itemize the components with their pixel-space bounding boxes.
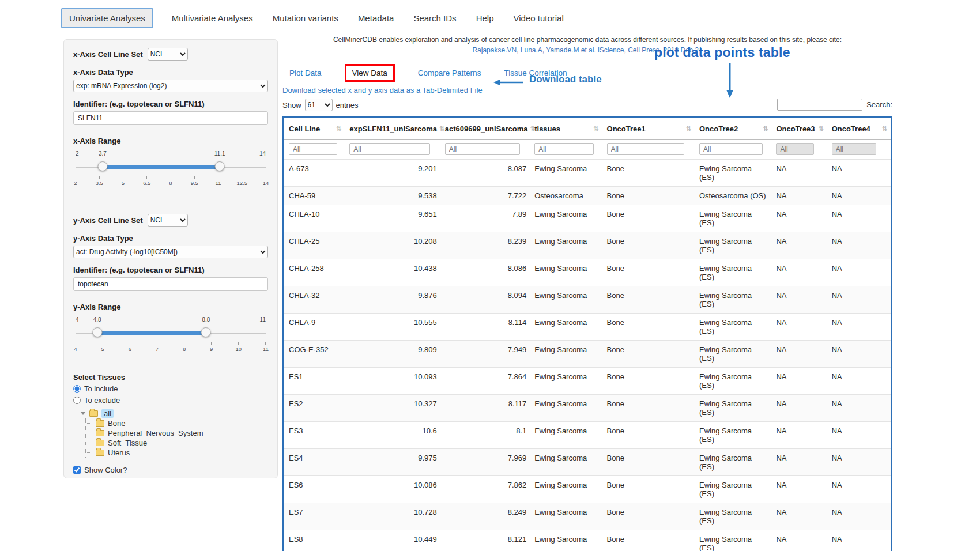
- oncotree3-cell: NA: [771, 232, 827, 259]
- tree-node-bone[interactable]: Bone: [86, 418, 268, 428]
- table-filter-row: [284, 140, 891, 160]
- table-row[interactable]: CHLA-25 10.208 8.239 Ewing Sarcoma Bone …: [284, 232, 891, 259]
- tree-node-peripheral-nervous-system[interactable]: Peripheral_Nervous_System: [86, 428, 268, 438]
- sort-icon[interactable]: ⇅: [686, 125, 691, 133]
- tree-item-label[interactable]: Soft_Tissue: [108, 439, 147, 447]
- y-axis-range-slider[interactable]: 4 11 4.8 8.8: [76, 325, 266, 342]
- y-range-max-label: 11: [260, 316, 266, 323]
- oncotree4-cell: NA: [827, 530, 891, 551]
- nav-tab-mutation-variants[interactable]: Mutation variants: [272, 9, 340, 28]
- table-row[interactable]: ES2 10.327 8.117 Ewing Sarcoma Bone Ewin…: [284, 395, 891, 422]
- column-header-act609699[interactable]: act609699_uniSarcoma⇅: [440, 118, 530, 140]
- oncotree3-cell: NA: [771, 259, 827, 286]
- table-row[interactable]: COG-E-352 9.809 7.949 Ewing Sarcoma Bone…: [284, 341, 891, 368]
- table-row[interactable]: CHLA-9 10.555 8.114 Ewing Sarcoma Bone E…: [284, 314, 891, 341]
- x-identifier-input[interactable]: [73, 111, 268, 125]
- table-row[interactable]: ES7 10.728 8.249 Ewing Sarcoma Bone Ewin…: [284, 503, 891, 530]
- table-row[interactable]: ES6 10.086 7.862 Ewing Sarcoma Bone Ewin…: [284, 476, 891, 503]
- table-row[interactable]: ES1 10.093 7.864 Ewing Sarcoma Bone Ewin…: [284, 368, 891, 395]
- sort-icon[interactable]: ⇅: [882, 125, 887, 133]
- oncotree2-cell: Ewing Sarcoma (ES): [695, 368, 771, 395]
- table-row[interactable]: A-673 9.201 8.087 Ewing Sarcoma Bone Ewi…: [284, 160, 891, 187]
- entries-count-select[interactable]: 61: [305, 99, 333, 111]
- nav-tab-search-ids[interactable]: Search IDs: [412, 9, 457, 28]
- tissue-cell: Ewing Sarcoma: [530, 205, 602, 232]
- y-range-handle-high[interactable]: [201, 327, 211, 337]
- y-data-type-select[interactable]: act: Drug Activity (-log10[IC50M]): [73, 246, 268, 258]
- filter-exp-slfn11[interactable]: [349, 143, 429, 155]
- table-row[interactable]: ES3 10.6 8.1 Ewing Sarcoma Bone Ewing Sa…: [284, 422, 891, 449]
- exp-value-cell: 10.086: [345, 476, 440, 503]
- filter-oncotree1[interactable]: [607, 143, 685, 155]
- oncotree4-cell: NA: [827, 286, 891, 314]
- sort-icon[interactable]: ⇅: [763, 125, 768, 133]
- column-header-tissues[interactable]: tissues⇅: [530, 118, 602, 140]
- oncotree2-cell: Ewing Sarcoma (ES): [695, 449, 771, 476]
- tree-node-no-selection[interactable]: no_selection: [80, 478, 268, 478]
- filter-act609699[interactable]: [445, 143, 520, 155]
- tree-item-label[interactable]: Uterus: [108, 448, 130, 457]
- download-tab-delimited-link[interactable]: Download selected x and y axis data as a…: [282, 86, 892, 95]
- filter-cell-line[interactable]: [289, 143, 337, 155]
- column-header-oncotree2[interactable]: OncoTree2⇅: [695, 118, 771, 140]
- table-row[interactable]: ES4 9.975 7.969 Ewing Sarcoma Bone Ewing…: [284, 449, 891, 476]
- filter-oncotree2[interactable]: [699, 143, 763, 155]
- slider-selected-range[interactable]: [97, 331, 206, 335]
- nav-tab-multivariate-analyses[interactable]: Multivariate Analyses: [171, 9, 254, 28]
- sort-icon[interactable]: ⇅: [336, 125, 341, 133]
- x-data-type-label: x-Axis Data Type: [73, 68, 268, 77]
- x-axis-range-slider[interactable]: 2 14 3.7 11.1: [76, 159, 266, 176]
- column-header-oncotree1[interactable]: OncoTree1⇅: [602, 118, 695, 140]
- nav-tab-video-tutorial[interactable]: Video tutorial: [512, 9, 564, 28]
- y-cell-line-set-select[interactable]: NCI: [148, 214, 188, 227]
- oncotree2-cell: Ewing Sarcoma (ES): [695, 314, 771, 341]
- x-range-handle-low[interactable]: [97, 161, 107, 171]
- exp-value-cell: 10.208: [345, 232, 440, 259]
- nav-tab-univariate-analyses[interactable]: Univariate Analyses: [61, 8, 153, 28]
- table-row[interactable]: CHLA-10 9.651 7.89 Ewing Sarcoma Bone Ew…: [284, 205, 891, 232]
- tissues-include-radio[interactable]: [73, 385, 81, 393]
- oncotree3-cell: NA: [771, 530, 827, 551]
- tree-node-soft-tissue[interactable]: Soft_Tissue: [86, 438, 268, 448]
- y-range-handle-low[interactable]: [92, 327, 102, 337]
- column-header-cell-line[interactable]: Cell Line⇅: [284, 118, 345, 140]
- filter-oncotree3[interactable]: [776, 143, 814, 155]
- tree-item-label[interactable]: Bone: [108, 419, 125, 428]
- x-cell-line-set-select[interactable]: NCI: [148, 48, 188, 61]
- table-row[interactable]: CHLA-258 10.438 8.086 Ewing Sarcoma Bone…: [284, 259, 891, 286]
- x-range-handle-high[interactable]: [215, 161, 225, 171]
- sort-icon[interactable]: ⇅: [593, 125, 598, 133]
- sort-icon[interactable]: ⇅: [439, 125, 444, 133]
- tree-item-label[interactable]: Peripheral_Nervous_System: [108, 429, 203, 437]
- sort-icon[interactable]: ⇅: [818, 125, 823, 133]
- tree-caret-icon[interactable]: [80, 412, 86, 415]
- table-row[interactable]: CHA-59 9.538 7.722 Osteosarcoma Bone Ost…: [284, 187, 891, 205]
- subtab-view-data[interactable]: View Data: [352, 69, 387, 77]
- x-data-type-select[interactable]: exp: mRNA Expression (log2): [73, 80, 268, 92]
- show-color-checkbox[interactable]: [73, 466, 81, 474]
- table-search-input[interactable]: [777, 99, 862, 111]
- oncotree4-cell: NA: [827, 368, 891, 395]
- column-header-oncotree4[interactable]: OncoTree4⇅: [827, 118, 891, 140]
- subtab-plot-data[interactable]: Plot Data: [289, 69, 322, 77]
- y-identifier-input[interactable]: [73, 277, 268, 291]
- column-header-oncotree3[interactable]: OncoTree3⇅: [771, 118, 827, 140]
- citation-reference-link[interactable]: Rajapakse.VN, Luna.A, Yamade.M et al. iS…: [282, 46, 892, 54]
- plot-table-arrow-icon: [725, 63, 734, 99]
- filter-oncotree4[interactable]: [832, 143, 876, 155]
- tree-node-all[interactable]: all: [80, 408, 268, 418]
- cell-line-cell: CHLA-10: [284, 205, 345, 232]
- filter-tissues[interactable]: [534, 143, 593, 155]
- tissue-cell: Ewing Sarcoma: [530, 503, 602, 530]
- subtab-compare-patterns[interactable]: Compare Patterns: [418, 69, 481, 77]
- column-header-exp-slfn11[interactable]: expSLFN11_uniSarcoma⇅: [345, 118, 440, 140]
- tree-root-label[interactable]: all: [101, 409, 114, 418]
- tissues-exclude-radio[interactable]: [73, 397, 81, 404]
- oncotree3-cell: NA: [771, 449, 827, 476]
- nav-tab-help[interactable]: Help: [475, 9, 495, 28]
- table-row[interactable]: CHLA-32 9.876 8.094 Ewing Sarcoma Bone E…: [284, 286, 891, 314]
- table-row[interactable]: ES8 10.449 8.121 Ewing Sarcoma Bone Ewin…: [284, 530, 891, 551]
- nav-tab-metadata[interactable]: Metadata: [357, 9, 395, 28]
- tree-node-uterus[interactable]: Uterus: [86, 448, 268, 458]
- slider-selected-range[interactable]: [103, 165, 220, 169]
